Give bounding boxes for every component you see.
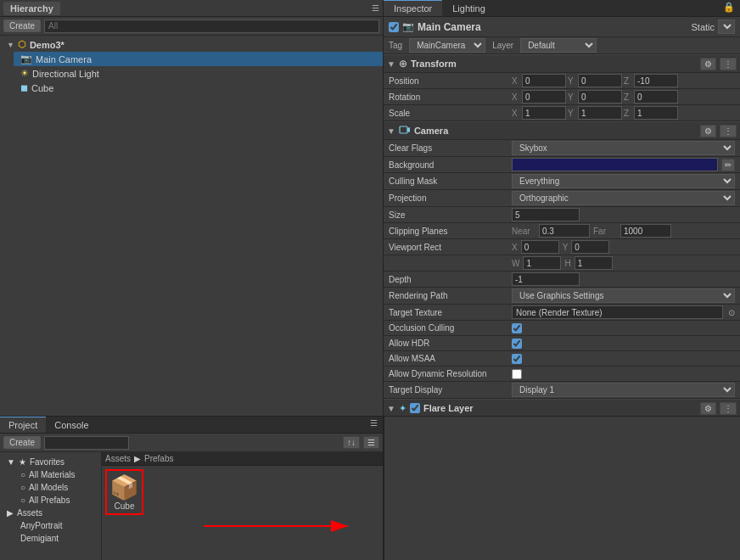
occlusion-checkbox[interactable] <box>512 323 522 333</box>
allow-hdr-checkbox[interactable] <box>512 339 522 349</box>
hierarchy-light-item[interactable]: ☀ Directional Light <box>14 66 383 81</box>
transform-settings-btn[interactable]: ⚙ <box>700 58 716 70</box>
cube-folder-item[interactable]: 📦 Cube <box>105 469 143 515</box>
sidebar-all-models[interactable]: ○ All Models <box>14 481 101 494</box>
camera-more-btn[interactable]: ⋮ <box>720 125 737 137</box>
breadcrumb-prefabs: Prefabs <box>144 454 173 463</box>
projection-dropdown[interactable]: Orthographic <box>512 191 735 205</box>
allow-hdr-row: Allow HDR <box>384 336 740 351</box>
scale-x-input[interactable] <box>522 106 566 120</box>
culling-mask-row: Culling Mask Everything <box>384 173 740 190</box>
hierarchy-menu-icon[interactable]: ☰ <box>372 3 379 13</box>
allow-msaa-checkbox[interactable] <box>512 354 522 364</box>
hierarchy-header: Hierarchy ☰ <box>0 0 383 17</box>
flare-title: Flare Layer <box>423 403 700 413</box>
layer-dropdown[interactable]: Default <box>520 38 597 53</box>
tag-label: Tag <box>389 41 402 50</box>
rot-z-input[interactable] <box>634 90 678 104</box>
dynamic-res-checkbox[interactable] <box>512 369 522 379</box>
allow-msaa-row: Allow MSAA <box>384 351 740 367</box>
rendering-path-dropdown[interactable]: Use Graphics Settings <box>512 288 735 303</box>
project-create-btn[interactable]: Create <box>3 436 41 449</box>
lighting-tab-label: Lighting <box>452 3 485 14</box>
project-search-input[interactable] <box>44 436 129 450</box>
sidebar-demigiant[interactable]: Demigiant <box>14 532 101 545</box>
sidebar-assets[interactable]: ▶ Assets <box>0 507 101 519</box>
project-content-wrapper: ▼ ★ Favorites ○ All Materials ○ All M <box>0 452 383 560</box>
hierarchy-scene-item[interactable]: ▼ ⬡ Demo3* <box>0 37 383 52</box>
transform-icon: ⊕ <box>399 58 407 70</box>
near-input[interactable] <box>539 224 590 238</box>
component-enable-checkbox[interactable] <box>389 22 399 32</box>
rot-z-label: Z <box>624 92 632 102</box>
background-edit-btn[interactable]: ✏ <box>721 159 735 171</box>
hierarchy-tab[interactable]: Hierarchy <box>3 2 60 15</box>
camera-settings-btn[interactable]: ⚙ <box>700 125 716 137</box>
hierarchy-create-btn[interactable]: Create <box>3 20 41 32</box>
viewport-wh-row: W H <box>384 255 740 272</box>
tag-dropdown[interactable]: MainCamera <box>409 38 485 53</box>
vp-h-input[interactable] <box>575 256 613 270</box>
scale-y-input[interactable] <box>578 106 622 120</box>
depth-input[interactable] <box>512 272 580 286</box>
flare-settings-btn[interactable]: ⚙ <box>700 402 716 415</box>
vp-x-input[interactable] <box>521 240 559 254</box>
tab-project[interactable]: Project <box>0 417 46 433</box>
pos-x-input[interactable] <box>522 74 566 87</box>
clipping-planes-row: Clipping Planes Near Far <box>384 223 740 239</box>
viewport-row: Viewport Rect X Y <box>384 239 740 255</box>
tab-inspector[interactable]: Inspector <box>384 0 442 16</box>
project-menu-icon[interactable]: ☰ <box>365 417 383 433</box>
size-input[interactable] <box>512 208 580 221</box>
breadcrumb: Assets ▶ Prefabs <box>102 452 383 466</box>
camera-section[interactable]: ▼ Camera ⚙ ⋮ <box>384 121 740 140</box>
hierarchy-search-input[interactable] <box>44 20 379 33</box>
project-toolbar-btn1[interactable]: ↑↓ <box>343 436 360 449</box>
hierarchy-cube-item[interactable]: ◼ Cube <box>14 81 383 95</box>
culling-mask-dropdown[interactable]: Everything <box>512 174 735 188</box>
inspector-tab-label: Inspector <box>394 3 432 14</box>
dynamic-res-row: Allow Dynamic Resolution <box>384 367 740 382</box>
cube-folder-icon: 📦 <box>109 473 139 501</box>
transform-section[interactable]: ▼ ⊕ Transform ⚙ ⋮ <box>384 54 740 73</box>
project-toolbar-btn2[interactable]: ☰ <box>363 436 379 449</box>
target-texture-dot-btn[interactable]: ⊙ <box>728 308 735 317</box>
sidebar-anyportrait[interactable]: AnyPortrait <box>14 519 101 532</box>
inspector-bottom-content <box>384 417 740 560</box>
flare-enable-checkbox[interactable] <box>410 403 420 413</box>
sidebar-all-prefabs[interactable]: ○ All Prefabs <box>14 494 101 507</box>
target-display-dropdown[interactable]: Display 1 <box>512 383 735 397</box>
vp-w-input[interactable] <box>523 256 561 270</box>
size-label: Size <box>389 210 512 220</box>
rot-x-input[interactable] <box>522 90 566 104</box>
transform-more-btn[interactable]: ⋮ <box>720 58 737 70</box>
background-color-swatch[interactable] <box>512 158 718 171</box>
scene-expand-icon: ▼ <box>7 41 14 49</box>
target-texture-input[interactable] <box>512 305 723 319</box>
vp-y-input[interactable] <box>571 240 609 254</box>
sidebar-all-materials[interactable]: ○ All Materials <box>14 468 101 481</box>
culling-mask-label: Culling Mask <box>389 176 512 186</box>
flare-more-btn[interactable]: ⋮ <box>720 402 737 415</box>
inspector-lock-icon[interactable]: 🔒 <box>718 0 740 16</box>
static-dropdown[interactable]: ▼ <box>718 20 735 34</box>
clear-flags-dropdown[interactable]: Skybox <box>512 141 735 155</box>
inspector-tab-bar: Inspector Lighting 🔒 <box>384 0 740 17</box>
anyportrait-label: AnyPortrait <box>20 521 62 530</box>
tab-console[interactable]: Console <box>46 417 97 433</box>
far-input[interactable] <box>620 224 671 238</box>
rot-y-input[interactable] <box>578 90 622 104</box>
hierarchy-camera-item[interactable]: 📷 Main Camera <box>14 52 383 66</box>
sidebar-favorites[interactable]: ▼ ★ Favorites <box>0 456 101 468</box>
vp-w-label: W <box>512 259 519 268</box>
svg-marker-1 <box>407 127 410 132</box>
flare-layer-section[interactable]: ▼ ✦ Flare Layer ⚙ ⋮ <box>384 399 740 416</box>
allow-msaa-label: Allow MSAA <box>389 354 512 363</box>
pos-y-input[interactable] <box>578 74 622 87</box>
camera-component-icon: 📷 <box>402 21 414 32</box>
tab-lighting[interactable]: Lighting <box>442 0 496 16</box>
pos-z-input[interactable] <box>634 74 678 87</box>
scale-z-input[interactable] <box>634 106 678 120</box>
target-display-row: Target Display Display 1 <box>384 382 740 399</box>
transform-title: Transform <box>411 59 700 69</box>
